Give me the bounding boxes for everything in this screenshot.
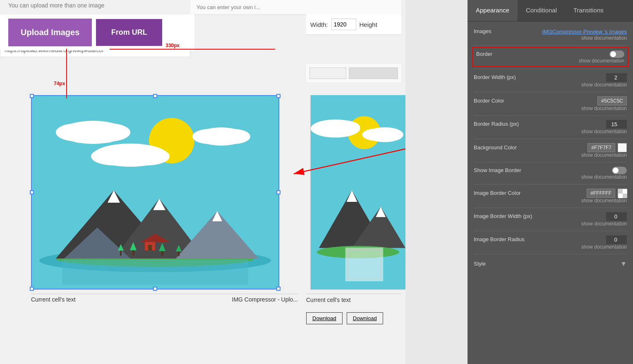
border-radius-content: Border Radius (px) [474,120,627,129]
image-border-color-swatch: #FFFFFF [587,189,627,198]
image-border-width-input[interactable] [606,212,627,221]
border-radius-doc[interactable]: show documentation [474,129,627,134]
style-chevron-icon[interactable]: ▼ [620,260,627,268]
note-text-left: You can upload more than one image [8,2,104,9]
width-label: Width: [310,21,328,28]
panel-tabs: Appearance Conditional Transitions [468,0,633,22]
handle-br[interactable] [276,287,281,291]
border-color-hex[interactable]: #5C5C5C [597,96,627,105]
handle-ml[interactable] [30,190,34,194]
width-input[interactable] [331,19,356,30]
svg-point-35 [327,120,360,135]
images-doc[interactable]: show documentation [474,35,627,41]
image-border-radius-input[interactable] [606,235,627,244]
selection-box [31,95,279,290]
svg-rect-47 [618,189,623,194]
border-radius-label: Border Radius (px) [474,121,519,127]
images-row-content: Images IMGCompressor-Preview 's Images [474,28,627,35]
border-row-highlighted: Border show documentation [472,47,628,67]
measurement-label-v: 74px [54,81,65,86]
image-border-color-row: Image Border Color #FFFFFF show document… [474,186,627,206]
border-color-row: Border Color #5C5C5C show documentation [474,94,627,114]
from-url-button[interactable]: From URL [96,19,162,46]
border-width-input[interactable] [606,73,627,82]
border-width-doc[interactable]: show documentation [474,82,627,88]
border-width-content: Border Width (px) [474,73,627,82]
image-border-radius-label: Image Border Radius [474,236,525,242]
images-row: Images IMGCompressor-Preview 's Images s… [474,26,627,43]
height-label: Height [360,21,377,28]
tab-transitions[interactable]: Transitions [565,0,612,21]
images-link[interactable]: IMGCompressor-Preview 's Images [542,29,627,35]
border-color-content: Border Color #5C5C5C [474,96,627,105]
show-image-border-content: Show Image Border [474,167,627,174]
handle-tl[interactable] [30,94,34,98]
divider-4 [474,115,627,116]
tab-appearance[interactable]: Appearance [468,0,518,21]
divider-3 [474,92,627,92]
border-label: Border [476,51,492,57]
handle-mr[interactable] [276,190,281,194]
tab-conditional[interactable]: Conditional [518,0,565,21]
divider-7 [474,184,627,184]
background-color-row: Background Color #F7F7F7 show documentat… [474,141,627,160]
main-canvas: You can upload more than one image Uploa… [0,0,405,364]
note-right: You can enter your own i... [197,4,260,10]
border-radius-row: Border Radius (px) show documentation [474,117,627,137]
divider-8 [474,208,627,208]
handle-tm[interactable] [153,94,157,98]
handle-tr[interactable] [276,94,281,98]
show-image-border-doc[interactable]: show documentation [474,174,627,180]
show-image-border-label: Show Image Border [474,167,521,173]
small-input-1[interactable] [309,67,346,79]
image-border-color-label: Image Border Color [474,190,520,196]
border-radius-input[interactable] [606,120,627,129]
background-color-swatch: #F7F7F7 [587,143,627,152]
divider-9 [474,231,627,231]
image-border-color-doc[interactable]: show documentation [474,198,627,204]
upload-images-button[interactable]: Upload Images [8,19,92,46]
image-border-width-doc[interactable]: show documentation [474,221,627,227]
svg-rect-43 [346,248,383,281]
background-color-doc[interactable]: show documentation [474,152,627,158]
border-toggle[interactable] [609,50,624,58]
measurement-label-h: 330px [165,43,180,48]
border-doc[interactable]: show documentation [476,58,624,64]
background-color-box[interactable] [618,143,627,152]
images-label: Images [474,28,492,34]
image-border-color-content: Image Border Color #FFFFFF [474,189,627,198]
svg-rect-49 [623,189,627,194]
image-border-width-content: Image Border Width (px) [474,212,627,221]
right-preview-image [310,95,405,290]
divider-1 [474,45,627,46]
slider-1[interactable] [349,67,398,79]
style-row: Style ▼ [474,256,627,270]
image-border-width-label: Image Border Width (px) [474,213,532,219]
show-image-border-row: Show Image Border show documentation [474,164,627,182]
panel-body: Images IMGCompressor-Preview 's Images s… [468,22,633,274]
image-border-color-box[interactable] [618,189,627,198]
svg-point-37 [362,129,391,141]
border-color-swatch: #5C5C5C [597,96,627,105]
divider-5 [474,139,627,139]
show-image-border-toggle[interactable] [612,167,627,174]
handle-bm[interactable] [153,287,157,291]
divider-6 [474,162,627,163]
download-btn-1[interactable]: Download [306,312,343,324]
image-border-radius-doc[interactable]: show documentation [474,244,627,250]
measurement-line-h [110,49,275,50]
svg-rect-50 [618,194,623,198]
handle-bl[interactable] [30,287,34,291]
border-color-doc[interactable]: show documentation [474,105,627,111]
download-area: Download Download [306,312,383,324]
image-border-color-hex[interactable]: #FFFFFF [587,189,615,198]
background-color-label: Background Color [474,144,517,151]
background-color-hex[interactable]: #F7F7F7 [587,143,615,152]
download-btn-2[interactable]: Download [347,312,383,324]
background-color-content: Background Color #F7F7F7 [474,143,627,152]
measurement-line-v [66,49,67,98]
border-row-content: Border [476,50,624,58]
divider-2 [474,69,627,69]
border-width-label: Border Width (px) [474,74,516,80]
divider-10 [474,254,627,254]
